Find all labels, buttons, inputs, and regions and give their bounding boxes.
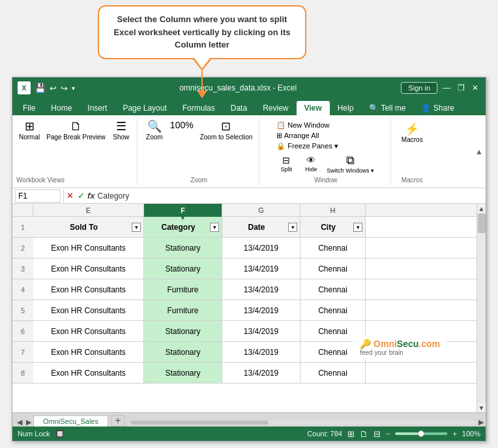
row-header-4: 4 bbox=[12, 279, 33, 300]
row-header-6: 6 bbox=[12, 321, 33, 342]
sheet-scroll-left[interactable]: ◀ bbox=[15, 418, 24, 427]
formula-bar-divider bbox=[63, 189, 64, 203]
callout-arrow-shape bbox=[193, 59, 211, 71]
zoom-out-icon[interactable]: − bbox=[386, 430, 390, 438]
redo-icon[interactable]: ↪ bbox=[61, 83, 68, 93]
col-header-F[interactable]: F ▼ bbox=[144, 204, 222, 217]
view-page-icon[interactable]: 🗋 bbox=[360, 429, 368, 439]
cell-E5: Exon HR Consultants bbox=[33, 300, 144, 320]
watermark: 🔑 OmniSecu.com feed your brain bbox=[353, 335, 447, 360]
ribbon-btn-split[interactable]: ⊟ Split bbox=[274, 154, 298, 174]
ribbon-btn-hide[interactable]: 👁 Hide bbox=[299, 154, 323, 174]
tab-help[interactable]: Help bbox=[330, 101, 362, 115]
callout-container: Select the Column where you want to spli… bbox=[98, 5, 306, 98]
tab-insert[interactable]: Insert bbox=[80, 101, 115, 115]
status-bar: Num Lock 🔲 Count: 784 ⊞ 🗋 ⊟ − + 100% bbox=[12, 427, 486, 441]
cell-G3: 13/4/2019 bbox=[222, 259, 300, 279]
ribbon-btn-zoom[interactable]: 🔍 Zoom bbox=[143, 119, 166, 142]
ribbon-btn-normal[interactable]: ⊞ Normal bbox=[16, 119, 42, 142]
add-sheet-button[interactable]: + bbox=[111, 415, 125, 427]
100-percent-icon: 100% bbox=[170, 120, 194, 130]
confirm-formula-icon[interactable]: ✓ bbox=[78, 191, 85, 201]
table-row: Exon HR Consultants Furniture 13/4/2019 … bbox=[33, 279, 476, 300]
filter-F1[interactable]: ▾ bbox=[210, 223, 219, 232]
view-break-icon[interactable]: ⊟ bbox=[374, 429, 381, 439]
window-group-label: Window bbox=[314, 175, 338, 184]
zoom-group-label: Zoom bbox=[190, 175, 207, 184]
cell-reference-box[interactable]: F1 bbox=[15, 189, 61, 203]
ribbon-btn-switch-windows[interactable]: ⧉ Switch Windows ▾ bbox=[324, 153, 377, 175]
cell-G8: 13/4/2019 bbox=[222, 363, 300, 383]
tab-view[interactable]: View bbox=[297, 101, 330, 115]
table-row: Exon HR Consultants Stationary 13/4/2019… bbox=[33, 259, 476, 279]
tab-share[interactable]: 👤 Share bbox=[413, 101, 461, 115]
title-bar-right: Sign in — ❐ ✕ bbox=[401, 82, 480, 94]
tab-formulas[interactable]: Formulas bbox=[175, 101, 223, 115]
cell-F4: Furniture bbox=[144, 279, 222, 300]
title-bar-left: X 💾 ↩ ↪ ▾ bbox=[18, 81, 75, 94]
ribbon-btn-page-break[interactable]: 🗋 Page Break Preview bbox=[44, 119, 108, 142]
ribbon-btn-100-percent[interactable]: 100% bbox=[168, 119, 196, 132]
zoom-slider[interactable] bbox=[395, 432, 447, 435]
ribbon-group-workbook-views: ⊞ Normal 🗋 Page Break Preview ☰ Show Wor… bbox=[12, 118, 138, 185]
restore-button[interactable]: ❐ bbox=[456, 83, 466, 93]
row-header-2: 2 bbox=[12, 238, 33, 259]
sheet-tabs-bar: ◀ ▶ OmniSecu_Sales + ▶ bbox=[12, 412, 486, 427]
fx-label: fx bbox=[87, 191, 95, 201]
ribbon-tabs: File Home Insert Page Layout Formulas Da… bbox=[12, 98, 486, 115]
cell-E7: Exon HR Consultants bbox=[33, 342, 144, 362]
cell-F7: Stationary bbox=[144, 342, 222, 362]
tab-tell-me[interactable]: 🔍 Tell me bbox=[361, 101, 413, 115]
tab-file[interactable]: File bbox=[15, 101, 43, 115]
cell-G2: 13/4/2019 bbox=[222, 238, 300, 258]
filter-E1[interactable]: ▾ bbox=[132, 223, 141, 232]
formula-input[interactable]: Category bbox=[98, 191, 483, 201]
filter-G1[interactable]: ▾ bbox=[288, 223, 297, 232]
row-header-1: 1 bbox=[12, 217, 33, 238]
sign-in-button[interactable]: Sign in bbox=[401, 82, 437, 94]
sheet-scroll-right[interactable]: ▶ bbox=[24, 418, 33, 427]
cell-E3: Exon HR Consultants bbox=[33, 259, 144, 279]
ribbon-btn-zoom-selection[interactable]: ⊡ Zoom to Selection bbox=[198, 119, 256, 142]
cell-F3: Stationary bbox=[144, 259, 222, 279]
scroll-track[interactable] bbox=[477, 213, 486, 403]
vertical-scrollbar[interactable]: ▲ ▼ bbox=[476, 204, 486, 412]
ribbon-collapse-icon[interactable]: ▲ bbox=[475, 147, 483, 156]
tab-page-layout[interactable]: Page Layout bbox=[115, 101, 174, 115]
cell-G7: 13/4/2019 bbox=[222, 342, 300, 362]
tab-review[interactable]: Review bbox=[255, 101, 296, 115]
view-normal-icon[interactable]: ⊞ bbox=[347, 429, 355, 439]
close-button[interactable]: ✕ bbox=[470, 83, 480, 93]
ribbon-btn-macros[interactable]: ⚡ Macros bbox=[399, 122, 426, 145]
cell-E8: Exon HR Consultants bbox=[33, 363, 144, 383]
scroll-right-end[interactable]: ▶ bbox=[476, 418, 486, 427]
col-header-H[interactable]: H bbox=[300, 204, 366, 217]
cancel-formula-icon[interactable]: ✕ bbox=[66, 191, 74, 201]
save-icon[interactable]: 💾 bbox=[35, 83, 46, 93]
col-header-G[interactable]: G bbox=[222, 204, 300, 217]
scroll-up[interactable]: ▲ bbox=[477, 204, 486, 213]
undo-icon[interactable]: ↩ bbox=[50, 83, 57, 93]
table-row: Exon HR Consultants Stationary 13/4/2019… bbox=[33, 238, 476, 259]
tab-data[interactable]: Data bbox=[223, 101, 255, 115]
cell-G6: 13/4/2019 bbox=[222, 321, 300, 341]
col-header-E[interactable]: E bbox=[33, 204, 144, 217]
arrow-head bbox=[197, 91, 207, 98]
ribbon-btn-arrange-all[interactable]: ⊞ Arrange All bbox=[274, 131, 377, 141]
cell-E1: Sold To ▾ bbox=[33, 217, 144, 237]
macros-icon: ⚡ bbox=[405, 123, 419, 135]
ribbon-btn-show[interactable]: ☰ Show bbox=[110, 119, 133, 142]
filter-H1[interactable]: ▾ bbox=[353, 223, 362, 232]
minimize-button[interactable]: — bbox=[441, 83, 452, 93]
zoom-in-icon[interactable]: + bbox=[452, 430, 456, 438]
formula-icons: ✕ ✓ bbox=[66, 191, 85, 201]
ribbon-btn-new-window[interactable]: 📋 New Window bbox=[274, 120, 377, 130]
tab-home[interactable]: Home bbox=[43, 101, 80, 115]
cell-E6: Exon HR Consultants bbox=[33, 321, 144, 341]
scroll-down[interactable]: ▼ bbox=[477, 403, 486, 412]
zoom-level: 100% bbox=[462, 430, 480, 438]
show-icon: ☰ bbox=[116, 120, 126, 132]
scroll-thumb[interactable] bbox=[478, 214, 486, 233]
ribbon-btn-freeze-panes[interactable]: 🔒 Freeze Panes ▾ bbox=[274, 141, 377, 151]
sheet-tab-omnisecu[interactable]: OmniSecu_Sales bbox=[33, 415, 108, 427]
